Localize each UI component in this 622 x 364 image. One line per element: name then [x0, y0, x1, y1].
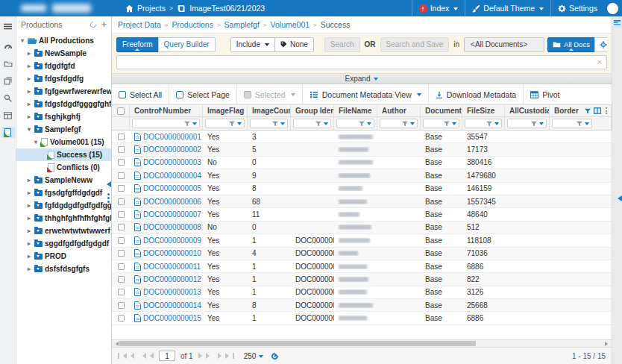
- column-header[interactable]: DocumentF...: [421, 105, 462, 116]
- tree-expander-icon[interactable]: ▾: [33, 139, 39, 145]
- column-filter-input[interactable]: [423, 119, 459, 128]
- row-checkbox-cell[interactable]: [112, 146, 130, 153]
- checkbox-icon[interactable]: [118, 315, 125, 321]
- refresh-icon[interactable]: [89, 20, 97, 28]
- column-filter-input[interactable]: [293, 119, 331, 128]
- tree-expander-icon[interactable]: ▸: [26, 177, 32, 183]
- select-page-button[interactable]: Select Page: [169, 84, 237, 104]
- checkbox-icon[interactable]: [118, 172, 125, 179]
- tree-item[interactable]: ▸sggdfgdfgdfgdgdf: [16, 237, 111, 250]
- document-link[interactable]: DOC0000000015: [143, 314, 201, 322]
- sidebar-collapse-arrow-icon[interactable]: [104, 181, 111, 187]
- checkbox-icon[interactable]: [117, 107, 125, 115]
- chevron-down-icon[interactable]: [585, 122, 589, 128]
- document-link[interactable]: DOC0000000012: [143, 275, 201, 283]
- column-filter-input[interactable]: [465, 119, 502, 128]
- tree-item[interactable]: Success (15): [16, 148, 111, 161]
- table-row[interactable]: DOC0000000014Yes8DOC000000...Base25668: [112, 299, 612, 312]
- tree-expander-icon[interactable]: ▸: [26, 50, 32, 57]
- row-checkbox-cell[interactable]: [112, 263, 130, 270]
- scroll-right-arrow-icon[interactable]: [605, 342, 610, 346]
- tree-item[interactable]: ▸fsghjkghfj: [16, 110, 111, 123]
- table-row[interactable]: DOC0000000009Yes1DOC000000...Base118108: [112, 234, 612, 247]
- chevron-down-icon[interactable]: [237, 122, 242, 128]
- document-link[interactable]: DOC0000000003: [143, 158, 201, 166]
- document-link[interactable]: DOC0000000014: [143, 301, 201, 310]
- chevron-down-icon[interactable]: [324, 122, 328, 128]
- row-checkbox-cell[interactable]: [112, 315, 130, 321]
- tree-expander-icon[interactable]: ▸: [26, 189, 32, 196]
- table-row[interactable]: DOC0000000008No0Base512: [112, 222, 612, 234]
- row-checkbox-cell[interactable]: [112, 276, 130, 283]
- search-button[interactable]: Search: [324, 37, 360, 52]
- tree-expander-icon[interactable]: ▸: [26, 88, 32, 95]
- scroll-left-arrow-icon[interactable]: [113, 342, 119, 346]
- search-query-input[interactable]: ×: [116, 55, 607, 69]
- tree-expander-icon[interactable]: ▸: [26, 266, 32, 272]
- download-metadata-button[interactable]: Download Metadata: [429, 84, 524, 104]
- document-link[interactable]: DOC0000000013: [143, 288, 201, 296]
- table-row[interactable]: DOC0000000004Yes9Base1479680: [112, 169, 612, 182]
- row-checkbox-cell[interactable]: [112, 185, 130, 192]
- funnel-icon[interactable]: [531, 121, 537, 127]
- tree-item[interactable]: ▸dsfsfdsgfgfs: [16, 263, 111, 275]
- tree-item[interactable]: ▸fgsdgfgffdgdgdf: [16, 186, 111, 199]
- row-checkbox-cell[interactable]: [112, 250, 130, 257]
- filter-funnel-icon[interactable]: [585, 108, 591, 114]
- row-checkbox-cell[interactable]: [112, 159, 130, 166]
- column-header[interactable]: ImageCount: [248, 105, 291, 116]
- clear-search-icon[interactable]: ×: [597, 58, 602, 66]
- dashboard-icon[interactable]: [1, 41, 15, 52]
- right-panel-icon[interactable]: [613, 18, 622, 28]
- chevron-down-icon[interactable]: [452, 122, 456, 128]
- query-builder-tab[interactable]: Query Builder: [158, 37, 216, 52]
- all-docs-button[interactable]: All Docs: [547, 37, 595, 52]
- checkbox-icon[interactable]: [118, 224, 125, 230]
- row-checkbox-cell[interactable]: [112, 237, 130, 244]
- tree-expander-icon[interactable]: ▸: [26, 101, 32, 107]
- tree-item[interactable]: Conflicts (0): [16, 161, 111, 174]
- row-checkbox-cell[interactable]: [112, 289, 130, 295]
- tree-expander-icon[interactable]: ▸: [26, 240, 32, 247]
- page-size-dropdown[interactable]: 250: [244, 352, 264, 360]
- row-checkbox-cell[interactable]: [112, 302, 130, 309]
- document-link[interactable]: DOC0000000006: [143, 198, 201, 206]
- topbar-project-name[interactable]: ImageTest06/21/2023: [189, 4, 265, 13]
- chevron-down-icon[interactable]: [410, 122, 415, 128]
- chevron-down-icon[interactable]: [192, 122, 197, 128]
- funnel-icon[interactable]: [402, 121, 408, 127]
- checkbox-icon[interactable]: [118, 211, 125, 218]
- chevron-down-icon[interactable]: [367, 122, 371, 128]
- scrollbar-thumb[interactable]: [119, 341, 476, 346]
- document-link[interactable]: DOC0000000002: [143, 145, 201, 154]
- next-page-button[interactable]: [198, 353, 213, 359]
- tree-expander-icon[interactable]: ▸: [26, 215, 32, 222]
- column-filter-input[interactable]: [132, 119, 200, 128]
- tree-item[interactable]: ▸fgfgewrfwerewrfew: [16, 85, 111, 98]
- table-row[interactable]: DOC0000000012Yes1DOC000000...Base822: [112, 273, 612, 286]
- chevron-down-icon[interactable]: [494, 122, 499, 128]
- copy-icon[interactable]: [1, 75, 15, 87]
- user-avatar[interactable]: [607, 3, 618, 14]
- breadcrumb-link[interactable]: Samplefgf: [224, 20, 260, 29]
- table-row[interactable]: DOC0000000013Yes1DOC000000...Base3126: [112, 286, 612, 299]
- table-row[interactable]: DOC0000000002Yes5Base17173: [112, 143, 612, 156]
- document-link[interactable]: DOC0000000009: [143, 236, 201, 245]
- tree-item[interactable]: ▸thhghfghfhfhfghfghf: [16, 212, 111, 225]
- column-header[interactable]: Author: [377, 105, 421, 116]
- include-dropdown[interactable]: Include: [230, 37, 275, 52]
- chevron-down-icon[interactable]: [280, 122, 285, 128]
- funnel-icon[interactable]: [315, 121, 321, 127]
- checkbox-icon[interactable]: [118, 263, 125, 270]
- checkbox-icon[interactable]: [118, 237, 125, 244]
- tree-expander-icon[interactable]: ▸: [26, 228, 32, 234]
- checkbox-icon[interactable]: [118, 289, 125, 295]
- search-and-save-button[interactable]: Search and Save: [380, 37, 450, 52]
- funnel-icon[interactable]: [486, 121, 492, 127]
- theme-menu[interactable]: Default Theme: [465, 0, 550, 16]
- productions-icon[interactable]: [1, 127, 15, 138]
- column-filter-input[interactable]: [552, 119, 592, 128]
- first-page-button[interactable]: [118, 353, 134, 359]
- tree-item[interactable]: ▸erwetwtwtwtwwerf: [16, 225, 111, 237]
- funnel-icon[interactable]: [184, 121, 190, 127]
